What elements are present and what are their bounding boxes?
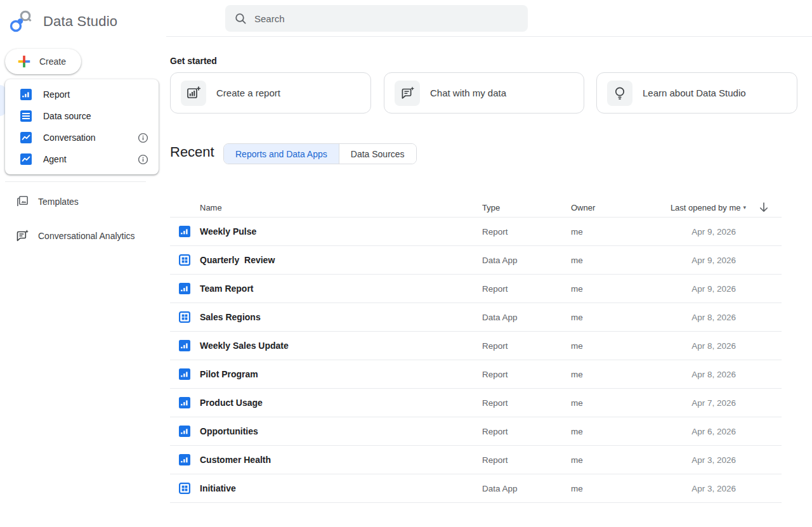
card-create-a-report[interactable]: Create a report (170, 72, 371, 114)
menu-item-report[interactable]: Report (5, 84, 159, 105)
row-type: Report (482, 398, 571, 408)
report-icon (170, 283, 200, 294)
tab-data-sources[interactable]: Data Sources (339, 144, 416, 164)
header-divider (166, 36, 812, 37)
recent-tabs: Reports and Data Apps Data Sources (223, 143, 417, 164)
table-row[interactable]: Weekly Sales Update Report me Apr 8, 202… (170, 332, 782, 360)
menu-item-label: Data source (43, 111, 148, 121)
report-icon (20, 89, 32, 100)
data-app-icon (170, 483, 200, 494)
search-input[interactable] (254, 13, 519, 24)
sidebar-item-templates[interactable]: Templates (0, 190, 159, 213)
create-report-icon (181, 81, 206, 106)
table-body: Weekly Pulse Report me Apr 9, 2026 Quart… (170, 218, 782, 503)
row-owner: me (571, 427, 669, 436)
chat-with-data-icon (395, 81, 420, 106)
plus-icon (16, 54, 32, 69)
row-last-opened: Apr 7, 2026 (691, 398, 746, 408)
menu-item-label: Conversation (43, 133, 126, 143)
row-type: Report (482, 227, 571, 237)
conversation-icon (20, 132, 32, 143)
app-root: Data Studio Create (0, 0, 812, 527)
menu-item-agent[interactable]: Agent (5, 148, 159, 170)
info-icon[interactable] (138, 154, 148, 165)
row-name: Pilot Program (200, 369, 482, 379)
row-last-opened: Apr 9, 2026 (691, 227, 746, 237)
row-type: Data App (482, 256, 571, 265)
row-type: Report (482, 455, 571, 465)
agent-icon (20, 153, 32, 165)
report-icon (170, 340, 200, 351)
data-studio-logo-icon (8, 8, 36, 36)
card-learn-about-data-studio[interactable]: Learn about Data Studio (596, 72, 797, 114)
column-header-last-opened[interactable]: Last opened by me ▾ (671, 203, 746, 212)
menu-item-label: Report (43, 89, 148, 100)
row-name: Product Usage (200, 398, 482, 408)
row-owner: me (571, 227, 669, 237)
brand: Data Studio (8, 8, 117, 36)
row-name: Opportunities (200, 426, 482, 436)
get-started-title: Get started (170, 56, 217, 66)
table-row[interactable]: Initiative Data App me Apr 3, 2026 (170, 474, 782, 503)
row-name: Weekly Sales Update (200, 341, 482, 351)
row-last-opened: Apr 6, 2026 (691, 427, 746, 436)
table-row[interactable]: Sales Regions Data App me Apr 8, 2026 (170, 303, 782, 332)
create-menu: Report Data source Conversation (5, 79, 159, 174)
row-name: Sales Regions (200, 312, 482, 322)
search-box[interactable] (225, 5, 528, 32)
row-type: Report (482, 284, 571, 294)
table-row[interactable]: Customer Health Report me Apr 3, 2026 (170, 446, 782, 474)
info-icon[interactable] (138, 133, 148, 143)
table-row[interactable]: Quarterly Review Data App me Apr 9, 2026 (170, 246, 782, 275)
data-app-icon (170, 254, 200, 266)
menu-item-label: Agent (43, 154, 126, 164)
table-row[interactable]: Pilot Program Report me Apr 8, 2026 (170, 360, 782, 389)
row-last-opened: Apr 3, 2026 (691, 484, 746, 493)
row-type: Data App (482, 313, 571, 322)
row-owner: me (571, 455, 669, 465)
card-label: Create a report (216, 88, 280, 98)
create-button-label: Create (39, 56, 66, 67)
sidebar-item-label: Conversational Analytics (38, 231, 135, 241)
row-last-opened: Apr 3, 2026 (691, 455, 746, 465)
table-header: Name Type Owner Last opened by me ▾ (170, 198, 782, 218)
report-icon (170, 426, 200, 437)
data-app-icon (170, 311, 200, 323)
sort-direction-arrow-icon[interactable] (757, 201, 770, 214)
table-row[interactable]: Weekly Pulse Report me Apr 9, 2026 (170, 218, 782, 246)
menu-item-conversation[interactable]: Conversation (5, 127, 159, 148)
menu-item-data-source[interactable]: Data source (5, 105, 159, 127)
sidebar-item-conversational-analytics[interactable]: Conversational Analytics (0, 224, 159, 247)
search-icon (234, 12, 247, 25)
table-row[interactable]: Opportunities Report me Apr 6, 2026 (170, 417, 782, 446)
report-icon (170, 368, 200, 380)
tab-reports-and-data-apps[interactable]: Reports and Data Apps (224, 144, 339, 164)
recent-table: Name Type Owner Last opened by me ▾ Week… (170, 198, 782, 503)
table-row[interactable]: Team Report Report me Apr 9, 2026 (170, 275, 782, 303)
card-chat-with-my-data[interactable]: Chat with my data (384, 72, 584, 114)
card-label: Chat with my data (430, 88, 506, 98)
lightbulb-icon (607, 81, 632, 106)
row-last-opened: Apr 8, 2026 (691, 313, 746, 322)
data-source-icon (20, 110, 32, 122)
card-label: Learn about Data Studio (643, 88, 746, 98)
row-last-opened: Apr 8, 2026 (691, 341, 746, 351)
row-name: Initiative (200, 483, 482, 493)
row-owner: me (571, 256, 669, 265)
row-owner: me (571, 398, 669, 408)
row-type: Report (482, 370, 571, 379)
row-owner: me (571, 284, 669, 294)
column-header-type: Type (482, 203, 571, 212)
row-name: Quarterly Review (200, 255, 482, 265)
app-title: Data Studio (43, 13, 117, 30)
row-type: Report (482, 341, 571, 351)
create-button[interactable]: Create (5, 49, 81, 74)
row-type: Report (482, 427, 571, 436)
row-name: Team Report (200, 283, 482, 294)
table-row[interactable]: Product Usage Report me Apr 7, 2026 (170, 389, 782, 417)
report-icon (170, 226, 200, 237)
templates-icon (15, 195, 29, 209)
column-header-name: Name (200, 203, 482, 212)
sidebar-item-label: Templates (38, 197, 79, 207)
row-owner: me (571, 313, 669, 322)
